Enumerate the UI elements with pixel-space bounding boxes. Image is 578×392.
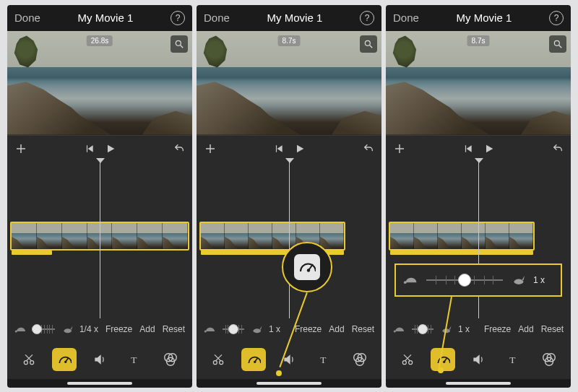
- svg-point-12: [365, 40, 370, 45]
- clip-speed-band: [12, 251, 52, 255]
- phone-panel-2: Done My Movie 1 ? 8.7s: [197, 5, 381, 388]
- trim-tool[interactable]: [206, 348, 230, 371]
- filters-tool[interactable]: [537, 348, 561, 371]
- filters-tool[interactable]: [348, 348, 372, 371]
- undo-button[interactable]: [363, 143, 374, 154]
- speed-tool[interactable]: [52, 348, 77, 371]
- done-button[interactable]: Done: [14, 12, 40, 24]
- header: Done My Movie 1 ?: [7, 5, 192, 31]
- volume-tool[interactable]: [87, 348, 112, 371]
- speed-control-row: 1/4 x Freeze Add Reset: [7, 318, 192, 340]
- speed-slider[interactable]: [412, 323, 434, 335]
- duration-badge: 8.7s: [278, 35, 301, 46]
- svg-line-7: [66, 357, 69, 362]
- preview-viewport[interactable]: 26.8s: [7, 31, 192, 135]
- speed-slider[interactable]: [33, 323, 55, 335]
- titles-tool[interactable]: T: [501, 348, 526, 371]
- svg-point-29: [514, 279, 524, 284]
- reset-speed-button[interactable]: Reset: [352, 324, 374, 334]
- clip-selected[interactable]: [199, 222, 345, 251]
- zoom-button[interactable]: [549, 35, 566, 53]
- phone-panel-1: Done My Movie 1 ? 26.8s: [7, 5, 192, 388]
- done-button[interactable]: Done: [204, 12, 230, 24]
- undo-button[interactable]: [552, 143, 564, 154]
- done-button[interactable]: Done: [393, 12, 419, 24]
- speed-slider-thumb[interactable]: [228, 324, 238, 334]
- rewind-button[interactable]: [85, 144, 95, 154]
- timeline[interactable]: [7, 162, 192, 318]
- titles-tool[interactable]: T: [312, 348, 337, 371]
- help-button[interactable]: ?: [360, 11, 374, 25]
- timeline[interactable]: [197, 162, 381, 318]
- home-indicator[interactable]: [446, 382, 511, 385]
- speed-value: 1 x: [269, 324, 289, 334]
- speed-slider[interactable]: [426, 274, 503, 286]
- svg-line-27: [559, 45, 562, 48]
- svg-line-35: [444, 357, 447, 362]
- turtle-icon: [393, 325, 406, 334]
- speed-slider-thumb[interactable]: [32, 324, 42, 334]
- add-media-button[interactable]: [204, 142, 217, 155]
- turtle-icon: [403, 274, 419, 285]
- reset-speed-button[interactable]: Reset: [163, 324, 185, 334]
- add-speed-button[interactable]: Add: [518, 324, 533, 334]
- clip-speed-band: [390, 251, 533, 255]
- svg-point-26: [554, 40, 559, 45]
- speed-value: 1/4 x: [79, 324, 100, 334]
- freeze-button[interactable]: Freeze: [484, 324, 511, 334]
- speed-tool[interactable]: [241, 348, 266, 371]
- speed-slider-thumb[interactable]: [458, 274, 471, 287]
- svg-point-33: [409, 360, 413, 364]
- turtle-icon: [204, 325, 217, 334]
- svg-point-2: [15, 330, 17, 332]
- phone-panel-3: Done My Movie 1 ? 8.7s: [386, 5, 571, 388]
- svg-text:T: T: [509, 354, 515, 365]
- callout-end-dot: [438, 367, 444, 373]
- duration-badge: 8.7s: [467, 35, 490, 46]
- svg-point-16: [204, 330, 207, 332]
- volume-tool[interactable]: [466, 348, 491, 371]
- home-indicator[interactable]: [256, 382, 322, 385]
- svg-text:T: T: [320, 354, 326, 365]
- add-speed-button[interactable]: Add: [139, 324, 155, 334]
- clip-selected[interactable]: [389, 222, 535, 251]
- timeline[interactable]: 1 x: [386, 162, 571, 318]
- trim-tool[interactable]: [395, 348, 420, 371]
- reset-speed-button[interactable]: Reset: [541, 324, 564, 334]
- zoom-button[interactable]: [360, 35, 377, 53]
- titles-tool[interactable]: T: [123, 348, 147, 371]
- trim-tool[interactable]: [17, 348, 41, 371]
- play-button[interactable]: [483, 143, 495, 154]
- freeze-button[interactable]: Freeze: [105, 324, 132, 334]
- edit-toolbar: T: [7, 340, 192, 379]
- zoom-button[interactable]: [171, 35, 188, 53]
- speed-value: 1 x: [533, 275, 553, 285]
- svg-point-3: [64, 328, 72, 333]
- undo-button[interactable]: [173, 143, 185, 154]
- callout-speed-slider: 1 x: [394, 263, 562, 297]
- rewind-button[interactable]: [274, 144, 284, 154]
- playhead[interactable]: [100, 162, 100, 318]
- speed-tool[interactable]: [431, 348, 455, 371]
- speed-slider-thumb[interactable]: [418, 324, 428, 334]
- project-title: My Movie 1: [78, 12, 134, 24]
- rabbit-icon: [510, 274, 526, 285]
- play-button[interactable]: [294, 143, 306, 154]
- preview-viewport[interactable]: 8.7s: [386, 31, 571, 135]
- freeze-button[interactable]: Freeze: [295, 324, 322, 334]
- add-media-button[interactable]: [14, 142, 27, 155]
- callout-speed-tool: [282, 242, 332, 292]
- rewind-button[interactable]: [463, 144, 473, 154]
- help-button[interactable]: ?: [171, 11, 185, 25]
- help-button[interactable]: ?: [549, 11, 564, 25]
- home-indicator[interactable]: [67, 382, 132, 385]
- speed-slider[interactable]: [223, 323, 244, 335]
- filters-tool[interactable]: [158, 348, 183, 371]
- svg-point-28: [404, 281, 407, 284]
- preview-viewport[interactable]: 8.7s: [197, 31, 381, 135]
- add-speed-button[interactable]: Add: [329, 324, 344, 334]
- playhead[interactable]: [289, 162, 290, 318]
- play-button[interactable]: [105, 143, 116, 154]
- svg-point-4: [25, 360, 28, 364]
- add-media-button[interactable]: [393, 142, 406, 155]
